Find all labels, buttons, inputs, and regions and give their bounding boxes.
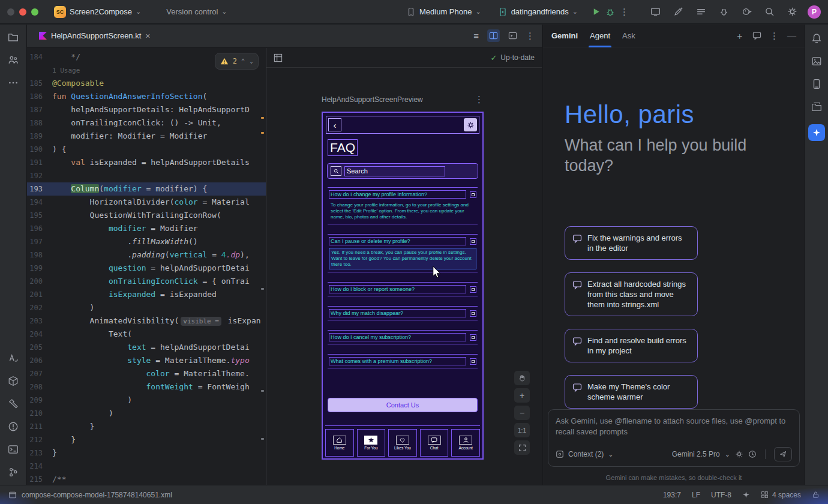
layout-inspector-button[interactable] <box>811 56 822 67</box>
usage-hint[interactable]: 1 Usage <box>52 67 80 74</box>
code-line[interactable]: 186fun QuestionAndAnswerInfoSection( <box>27 90 266 103</box>
code-line[interactable]: 196 modifier = Modifier <box>27 222 266 235</box>
code-line[interactable]: 209 ) <box>27 394 266 407</box>
code-line[interactable]: 201 isExpanded = isExpanded <box>27 288 266 301</box>
build-tool-button[interactable] <box>8 398 19 409</box>
code-line[interactable]: 203 AnimatedVisibility(visible = isExpan <box>27 314 266 328</box>
faq-expand-icon[interactable] <box>470 310 476 317</box>
send-button[interactable] <box>774 447 792 461</box>
settings-button[interactable] <box>785 5 799 19</box>
suggestion-card[interactable]: Fix the warnings and errors in the edito… <box>565 226 698 260</box>
file-encoding[interactable]: UTF-8 <box>711 491 731 499</box>
editor-kebab-menu[interactable]: ⋮ <box>526 31 535 40</box>
code-line[interactable]: 191 val isExpanded = helpAndSupportDetai… <box>27 156 266 169</box>
notifications-button[interactable] <box>811 33 822 44</box>
nav-item-chat[interactable]: Chat <box>420 429 449 457</box>
line-separator[interactable]: LF <box>692 491 700 499</box>
run-button[interactable] <box>589 5 603 19</box>
zoom-to-fit-button[interactable] <box>514 440 530 455</box>
faq-question[interactable]: What comes with a premium subscription? <box>329 357 466 365</box>
faq-search-bar[interactable]: Search <box>327 163 478 179</box>
editor-menu-button[interactable]: ≡ <box>473 31 479 40</box>
preview-mode-button[interactable] <box>508 31 517 40</box>
window-minimize-button[interactable] <box>19 8 26 16</box>
code-line[interactable]: 193 Column(modifier = modifier) { <box>27 182 266 196</box>
preview-settings-button[interactable] <box>464 118 477 131</box>
split-editor-button[interactable] <box>487 29 500 42</box>
code-editor[interactable]: 184 */1 Usage185@Composable186fun Questi… <box>27 48 266 485</box>
code-line[interactable]: 185@Composable <box>27 77 266 90</box>
hide-panel-button[interactable]: — <box>787 31 796 40</box>
faq-expand-icon[interactable] <box>470 358 476 365</box>
nav-item-home[interactable]: Home <box>325 429 354 457</box>
code-line[interactable]: 213} <box>27 446 266 460</box>
debug-button[interactable] <box>603 5 617 19</box>
code-line[interactable]: 190) { <box>27 143 266 156</box>
suggestion-card[interactable]: Make my Theme's color scheme warmer <box>565 375 698 409</box>
code-line[interactable]: 204 Text( <box>27 328 266 341</box>
indent-config[interactable]: 4 spaces <box>761 491 801 499</box>
device-explorer-button[interactable] <box>811 79 822 89</box>
chat-history-icon[interactable] <box>752 31 761 40</box>
task-list-button[interactable] <box>694 5 708 19</box>
faq-answer-selected[interactable]: Yes. If you need a break, you can pause … <box>329 248 476 269</box>
faq-question[interactable]: Can I pause or delete my profile? <box>329 237 466 245</box>
gemini-input-container[interactable]: Ask Gemini, use @filename to attach sour… <box>548 409 800 467</box>
code-line[interactable]: 211 } <box>27 420 266 433</box>
code-line[interactable]: 206 style = MaterialTheme.typo <box>27 354 266 367</box>
collaboration-tool-button[interactable] <box>8 55 19 65</box>
nav-item-account[interactable]: Account <box>451 429 480 457</box>
tab-close-icon[interactable]: × <box>145 32 150 40</box>
code-line[interactable]: 194 HorizontalDivider(color = Material <box>27 196 266 209</box>
faq-item[interactable]: How do I block or report someone? <box>328 282 478 296</box>
faq-item[interactable]: How do I change my profile information?T… <box>328 187 478 224</box>
code-line[interactable]: 215/** <box>27 473 266 485</box>
window-zoom-button[interactable] <box>31 8 38 16</box>
faq-expand-icon[interactable] <box>470 334 476 341</box>
device-selector[interactable]: Medium Phone ⌄ <box>406 7 481 17</box>
terminal-tool-button[interactable] <box>8 444 19 455</box>
inspection-widget[interactable]: 2 ⌃ ⌄ <box>215 53 259 70</box>
pan-tool-button[interactable] <box>514 371 530 385</box>
code-line[interactable]: 210 ) <box>27 407 266 420</box>
back-button[interactable]: ‹ <box>328 118 341 131</box>
version-control-menu[interactable]: Version control ⌄ <box>166 7 227 16</box>
code-line[interactable]: 205 text = helpAndSupportDetai <box>27 341 266 354</box>
preview-grid-icon[interactable] <box>274 53 283 62</box>
faq-item[interactable]: What comes with a premium subscription? <box>328 354 478 368</box>
prev-problem-icon[interactable]: ⌃ <box>241 55 245 68</box>
faq-expand-icon[interactable] <box>470 286 476 293</box>
code-line[interactable]: 199 question = helpAndSupportDetai <box>27 262 266 275</box>
next-problem-icon[interactable]: ⌄ <box>250 55 253 68</box>
string-resources-tool-button[interactable] <box>8 353 19 364</box>
status-file-group[interactable]: compose-compose-model-1758748140651.xml <box>8 491 172 499</box>
search-input[interactable]: Search <box>344 166 445 176</box>
faq-item[interactable]: How do I cancel my subscription? <box>328 330 478 344</box>
code-line[interactable]: 212 } <box>27 433 266 446</box>
zoom-in-button[interactable]: + <box>514 388 530 403</box>
more-tool-windows-button[interactable] <box>8 77 19 88</box>
resource-manager-button[interactable] <box>811 101 822 112</box>
user-avatar[interactable]: P <box>808 5 821 19</box>
nav-item-likes-you[interactable]: Likes You <box>388 429 417 457</box>
contact-us-button[interactable]: Contact Us <box>328 398 478 412</box>
faq-question[interactable]: How do I cancel my subscription? <box>329 333 466 341</box>
code-line[interactable]: 195 QuestionWithTrailingIconRow( <box>27 209 266 222</box>
faq-item[interactable]: Can I pause or delete my profile?Yes. If… <box>328 234 478 272</box>
run-options-kebab[interactable]: ⋮ <box>620 7 629 16</box>
problems-tool-button[interactable] <box>8 421 19 432</box>
faq-answer[interactable]: To change your profile information, go t… <box>329 201 476 221</box>
caret-position[interactable]: 193:7 <box>663 491 681 499</box>
model-selector[interactable]: Gemini 2.5 Pro <box>672 450 720 458</box>
gemini-kebab-menu[interactable]: ⋮ <box>770 31 779 40</box>
editor-tab[interactable]: HelpAndSupportScreen.kt × <box>32 25 158 47</box>
device-mirror-button[interactable] <box>648 5 662 19</box>
version-control-tool-button[interactable] <box>8 467 19 478</box>
ai-sparkle-status-icon[interactable] <box>742 491 750 499</box>
code-line[interactable]: 187 helpAndSupportDetails: HelpAndSuppor… <box>27 103 266 116</box>
code-line[interactable]: 214 <box>27 460 266 473</box>
bug-report-button[interactable] <box>716 5 731 19</box>
faq-question[interactable]: Why did my match disappear? <box>329 309 466 317</box>
faq-item[interactable]: Why did my match disappear? <box>328 306 478 320</box>
code-line[interactable]: 192 <box>27 169 266 182</box>
